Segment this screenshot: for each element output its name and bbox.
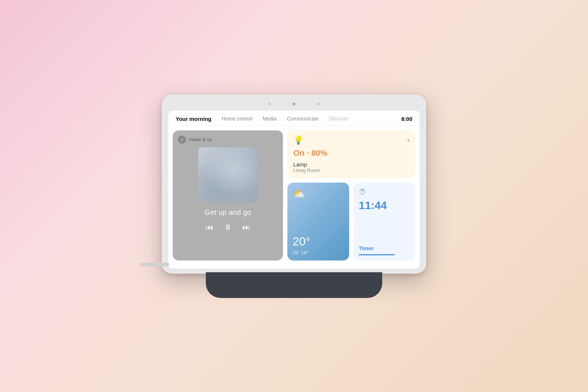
- device-screen: Your morning Home control Media Communic…: [168, 111, 420, 269]
- weather-icon: ⛅: [293, 188, 305, 200]
- light-location: Living Room: [293, 168, 409, 173]
- next-button[interactable]: ⏭: [242, 223, 250, 232]
- nav-time: 8:00: [401, 116, 412, 122]
- camera-main: [293, 103, 295, 105]
- timer-time: 11:44: [359, 199, 410, 212]
- weather-card[interactable]: ⛅ 20° 25° 18°: [287, 183, 349, 260]
- speaker-base: [206, 272, 382, 298]
- timer-icon: ⏱: [359, 188, 410, 196]
- light-status: On · 80%: [293, 148, 409, 158]
- camera-dot-right: [318, 103, 320, 105]
- light-name: Lamp: [293, 161, 409, 168]
- google-nest-hub: Your morning Home control Media Communic…: [162, 94, 426, 298]
- nav-item-discover[interactable]: Discover: [329, 116, 349, 122]
- light-card[interactable]: 💡 › On · 80% Lamp Living Room: [287, 130, 415, 178]
- song-title: Get up and go: [205, 208, 251, 217]
- timer-card[interactable]: ⏱ 11:44 Timer: [354, 183, 415, 260]
- play-pause-button[interactable]: ⏸: [224, 223, 232, 232]
- timer-label: Timer: [359, 245, 410, 251]
- bottom-row: ⛅ 20° 25° 18° ⏱ 11:44 Timer: [287, 183, 415, 260]
- music-controls: ⏮ ⏸ ⏭: [205, 223, 250, 232]
- music-service-icon: ♫: [178, 136, 186, 144]
- nav-item-your-morning[interactable]: Your morning: [176, 116, 211, 122]
- light-card-top: 💡 ›: [293, 136, 409, 145]
- prev-button[interactable]: ⏮: [205, 223, 214, 232]
- device-top-bar: [168, 101, 420, 107]
- album-art: [198, 147, 257, 202]
- power-cable: [140, 263, 169, 266]
- light-bulb-icon: 💡: [293, 136, 303, 145]
- timer-progress-bar: [359, 254, 395, 255]
- nav-item-home-control[interactable]: Home control: [222, 116, 252, 122]
- chevron-right-icon: ›: [407, 136, 409, 144]
- nav-bar: Your morning Home control Media Communic…: [168, 111, 420, 126]
- nav-item-media[interactable]: Media: [262, 116, 276, 122]
- light-info: Lamp Living Room: [293, 161, 409, 173]
- music-service-name: music & co: [189, 137, 212, 142]
- weather-temperature: 20°: [293, 235, 344, 248]
- right-panel: 💡 › On · 80% Lamp Living Room: [287, 130, 415, 260]
- weather-range: 25° 18°: [293, 250, 344, 255]
- nav-item-communicate[interactable]: Communicate: [287, 116, 319, 122]
- music-service-bar: ♫ music & co: [178, 136, 212, 144]
- music-card[interactable]: ♫ music & co Get up and go ⏮ ⏸ ⏭: [173, 130, 283, 260]
- camera-dot-left: [268, 103, 270, 105]
- screen-content: ♫ music & co Get up and go ⏮ ⏸ ⏭: [168, 126, 420, 265]
- device-body: Your morning Home control Media Communic…: [162, 94, 426, 274]
